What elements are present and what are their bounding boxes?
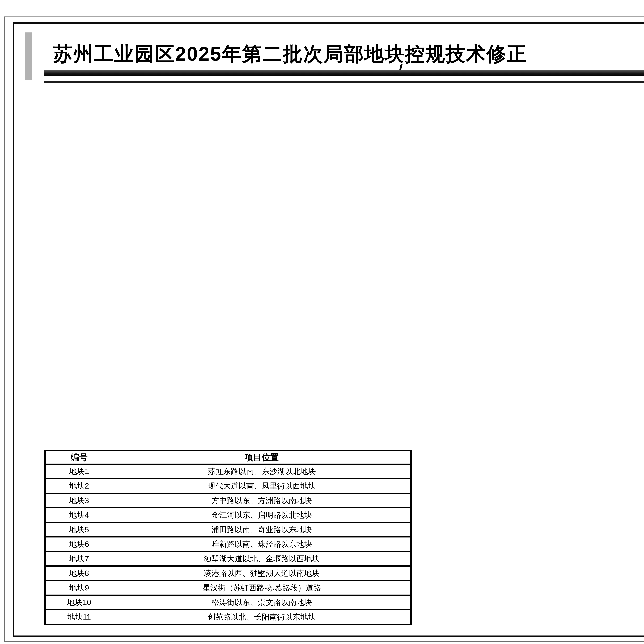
table-body: 地块1苏虹东路以南、东沙湖以北地块地块2现代大道以南、凤里街以西地块地块3方中路… <box>45 464 411 624</box>
cell-plot-location: 现代大道以南、凤里街以西地块 <box>113 479 411 493</box>
cell-plot-location: 唯新路以南、珠泾路以东地块 <box>113 537 411 552</box>
column-header-id: 编号 <box>45 451 113 464</box>
cell-plot-id: 地块5 <box>45 522 113 537</box>
cell-plot-location: 独墅湖大道以北、金堰路以西地块 <box>113 552 411 566</box>
header-thin-rule <box>44 81 644 83</box>
cell-plot-id: 地块2 <box>45 479 113 493</box>
cell-plot-id: 地块3 <box>45 493 113 508</box>
cell-plot-location: 金江河以东、启明路以北地块 <box>113 508 411 522</box>
table-row: 地块10松涛街以东、崇文路以南地块 <box>45 595 411 610</box>
cell-plot-id: 地块1 <box>45 464 113 479</box>
table-row: 地块1苏虹东路以南、东沙湖以北地块 <box>45 464 411 479</box>
cell-plot-location: 方中路以东、方洲路以南地块 <box>113 493 411 508</box>
cell-plot-id: 地块9 <box>45 581 113 595</box>
column-header-location: 项目位置 <box>113 451 411 464</box>
plots-table: 编号 项目位置 地块1苏虹东路以南、东沙湖以北地块地块2现代大道以南、凤里街以西… <box>44 450 412 625</box>
table-row: 地块9星汉街（苏虹西路-苏慕路段）道路 <box>45 581 411 595</box>
table-row: 地块7独墅湖大道以北、金堰路以西地块 <box>45 552 411 566</box>
cell-plot-location: 浦田路以南、奇业路以东地块 <box>113 522 411 537</box>
cell-plot-location: 松涛街以东、崇文路以南地块 <box>113 595 411 610</box>
table-row: 地块8凌港路以西、独墅湖大道以南地块 <box>45 566 411 581</box>
cell-plot-id: 地块7 <box>45 552 113 566</box>
cell-plot-location: 苏虹东路以南、东沙湖以北地块 <box>113 464 411 479</box>
cell-plot-id: 地块8 <box>45 566 113 581</box>
title-accent-bar <box>25 32 32 80</box>
cell-plot-location: 创苑路以北、长阳南街以东地块 <box>113 610 411 624</box>
table-row: 地块3方中路以东、方洲路以南地块 <box>45 493 411 508</box>
cell-plot-location: 凌港路以西、独墅湖大道以南地块 <box>113 566 411 581</box>
table-row: 地块2现代大道以南、凤里街以西地块 <box>45 479 411 493</box>
table-row: 地块5浦田路以南、奇业路以东地块 <box>45 522 411 537</box>
table-row: 地块11创苑路以北、长阳南街以东地块 <box>45 610 411 624</box>
cell-plot-id: 地块10 <box>45 595 113 610</box>
cell-plot-id: 地块11 <box>45 610 113 624</box>
page-title: 苏州工业园区2025年第二批次局部地块控规技术修正 <box>53 41 644 65</box>
cell-plot-location: 星汉街（苏虹西路-苏慕路段）道路 <box>113 581 411 595</box>
table-header-row: 编号 项目位置 <box>45 451 411 464</box>
header-thick-rule <box>44 70 644 76</box>
table-row: 地块4金江河以东、启明路以北地块 <box>45 508 411 522</box>
table-row: 地块6唯新路以南、珠泾路以东地块 <box>45 537 411 552</box>
cell-plot-id: 地块6 <box>45 537 113 552</box>
cell-plot-id: 地块4 <box>45 508 113 522</box>
